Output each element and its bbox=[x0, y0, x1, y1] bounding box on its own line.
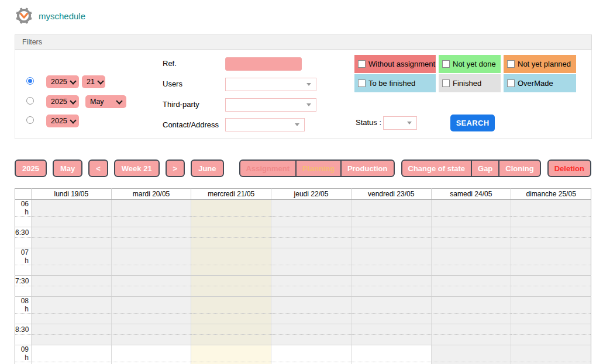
calendar-cell[interactable] bbox=[271, 335, 352, 345]
contact-address-combobox[interactable] bbox=[225, 118, 305, 131]
action-button[interactable]: Gap bbox=[471, 161, 498, 176]
calendar-cell[interactable] bbox=[351, 227, 431, 238]
checkbox[interactable] bbox=[442, 79, 450, 87]
calendar-cell[interactable] bbox=[191, 200, 271, 217]
calendar-cell[interactable] bbox=[511, 248, 591, 265]
calendar-cell[interactable] bbox=[191, 227, 271, 238]
calendar-cell[interactable] bbox=[511, 335, 591, 345]
action-button[interactable]: Planning bbox=[295, 161, 340, 176]
checkbox[interactable] bbox=[507, 60, 515, 68]
state-filter-cell[interactable]: Without assignment bbox=[354, 55, 436, 73]
nav-button[interactable]: Week 21 bbox=[114, 160, 160, 177]
calendar-cell[interactable] bbox=[431, 276, 511, 286]
calendar-cell[interactable] bbox=[511, 238, 591, 248]
calendar-cell[interactable] bbox=[271, 265, 352, 276]
calendar-cell[interactable] bbox=[111, 362, 191, 364]
ref-input[interactable] bbox=[225, 57, 302, 71]
third-party-combobox[interactable] bbox=[225, 98, 316, 112]
calendar-cell[interactable] bbox=[191, 324, 271, 335]
calendar-cell[interactable] bbox=[511, 297, 591, 314]
calendar-cell[interactable] bbox=[431, 314, 511, 324]
calendar-cell[interactable] bbox=[111, 200, 191, 217]
calendar-cell[interactable] bbox=[191, 286, 271, 297]
nav-button[interactable]: May bbox=[53, 160, 82, 177]
calendar-cell[interactable] bbox=[511, 286, 591, 297]
calendar-cell[interactable] bbox=[431, 286, 511, 297]
calendar-cell[interactable] bbox=[351, 265, 431, 276]
calendar-cell[interactable] bbox=[271, 227, 352, 238]
state-filter-cell[interactable]: Not yet planned bbox=[504, 55, 576, 73]
calendar-cell[interactable] bbox=[191, 297, 271, 314]
checkbox[interactable] bbox=[442, 60, 450, 68]
calendar-cell[interactable] bbox=[191, 362, 271, 364]
checkbox[interactable] bbox=[358, 79, 366, 87]
calendar-cell[interactable] bbox=[351, 314, 431, 324]
calendar-cell[interactable] bbox=[32, 217, 112, 227]
calendar-cell[interactable] bbox=[271, 200, 352, 217]
week-number-select[interactable]: 21 bbox=[82, 75, 105, 88]
calendar-cell[interactable] bbox=[511, 362, 591, 364]
calendar-cell[interactable] bbox=[191, 238, 271, 248]
calendar-cell[interactable] bbox=[32, 227, 112, 238]
calendar-cell[interactable] bbox=[111, 314, 191, 324]
calendar-cell[interactable] bbox=[32, 297, 112, 314]
calendar-cell[interactable] bbox=[32, 200, 112, 217]
calendar-cell[interactable] bbox=[111, 227, 191, 238]
calendar-cell[interactable] bbox=[191, 345, 271, 362]
calendar-cell[interactable] bbox=[111, 238, 191, 248]
state-filter-cell[interactable]: Finished bbox=[439, 74, 501, 92]
nav-button[interactable]: 2025 bbox=[15, 160, 47, 177]
calendar-cell[interactable] bbox=[111, 324, 191, 335]
calendar-cell[interactable] bbox=[431, 200, 511, 217]
calendar-cell[interactable] bbox=[271, 324, 352, 335]
nav-button[interactable]: > bbox=[166, 160, 185, 177]
calendar-cell[interactable] bbox=[271, 286, 352, 297]
calendar-cell[interactable] bbox=[351, 335, 431, 345]
calendar-cell[interactable] bbox=[32, 324, 112, 335]
calendar-cell[interactable] bbox=[191, 217, 271, 227]
calendar-cell[interactable] bbox=[351, 276, 431, 286]
calendar-cell[interactable] bbox=[431, 217, 511, 227]
calendar-cell[interactable] bbox=[511, 314, 591, 324]
calendar-cell[interactable] bbox=[351, 248, 431, 265]
calendar-cell[interactable] bbox=[111, 217, 191, 227]
calendar-cell[interactable] bbox=[351, 345, 431, 362]
calendar-cell[interactable] bbox=[271, 345, 352, 362]
calendar-cell[interactable] bbox=[111, 335, 191, 345]
calendar-cell[interactable] bbox=[191, 335, 271, 345]
checkbox[interactable] bbox=[358, 60, 366, 68]
calendar-cell[interactable] bbox=[32, 276, 112, 286]
state-filter-cell[interactable]: To be finished bbox=[354, 74, 436, 92]
state-filter-cell[interactable]: Not yet done bbox=[439, 55, 501, 73]
calendar-cell[interactable] bbox=[271, 362, 352, 364]
month-select[interactable]: May bbox=[85, 95, 126, 108]
action-button[interactable]: Change of state bbox=[402, 161, 471, 176]
calendar-cell[interactable] bbox=[351, 297, 431, 314]
status-combobox[interactable] bbox=[383, 116, 417, 130]
nav-button[interactable]: June bbox=[191, 160, 223, 177]
calendar-cell[interactable] bbox=[111, 265, 191, 276]
calendar-cell[interactable] bbox=[431, 362, 511, 364]
calendar-cell[interactable] bbox=[431, 324, 511, 335]
calendar-cell[interactable] bbox=[511, 265, 591, 276]
calendar-cell[interactable] bbox=[271, 217, 352, 227]
calendar-cell[interactable] bbox=[191, 314, 271, 324]
year-select[interactable]: 2025 bbox=[46, 115, 79, 127]
calendar-cell[interactable] bbox=[351, 238, 431, 248]
calendar-cell[interactable] bbox=[511, 217, 591, 227]
calendar-cell[interactable] bbox=[271, 238, 352, 248]
calendar-cell[interactable] bbox=[511, 200, 591, 217]
calendar-cell[interactable] bbox=[111, 248, 191, 265]
calendar-cell[interactable] bbox=[351, 286, 431, 297]
calendar-cell[interactable] bbox=[32, 345, 112, 362]
calendar-cell[interactable] bbox=[32, 362, 112, 364]
calendar-cell[interactable] bbox=[431, 297, 511, 314]
action-button[interactable]: Cloning bbox=[498, 161, 539, 176]
calendar-cell[interactable] bbox=[191, 265, 271, 276]
calendar-cell[interactable] bbox=[32, 335, 112, 345]
checkbox[interactable] bbox=[507, 79, 515, 87]
calendar-cell[interactable] bbox=[431, 335, 511, 345]
calendar-cell[interactable] bbox=[32, 314, 112, 324]
calendar-cell[interactable] bbox=[271, 314, 352, 324]
calendar-cell[interactable] bbox=[271, 276, 352, 286]
